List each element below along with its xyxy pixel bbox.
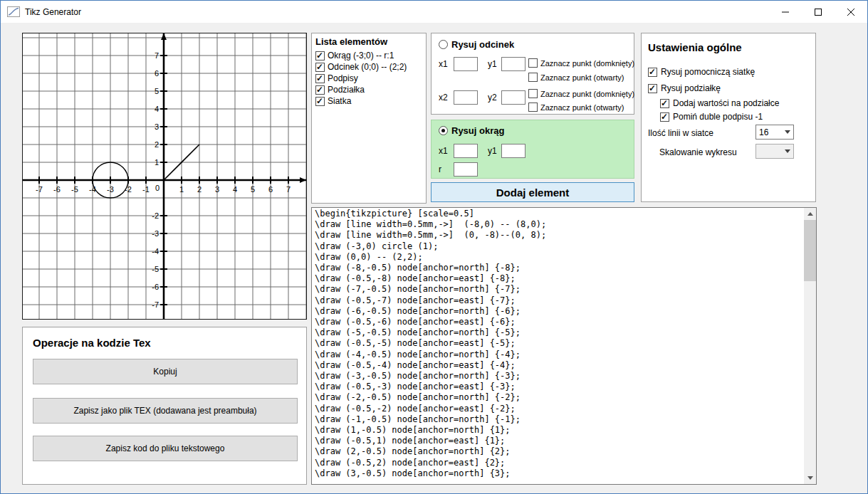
svg-text:6: 6 [268, 185, 273, 194]
circle-x1-input[interactable] [454, 144, 478, 158]
tex-operations-title: Operacje na kodzie Tex [23, 327, 306, 349]
list-item[interactable]: Podpisy [312, 73, 426, 84]
segment-y1-input[interactable] [501, 57, 525, 71]
tikz-code-text[interactable]: \begin{tikzpicture} [scale=0.5] \draw [l… [312, 208, 804, 484]
general-settings-title: Ustawienia ogólne [642, 33, 815, 53]
draw-circle-group: Rysuj okrąg x1 y1 r [431, 120, 634, 179]
grid-lines-label: Ilość linii w siatce [648, 128, 713, 138]
mark-point-open-2-checkbox[interactable]: Zaznacz punkt (otwarty) [528, 103, 624, 112]
segment-y2-input[interactable] [501, 90, 525, 105]
draw-helper-grid-checkbox[interactable]: Rysuj pomocniczą siatkę [648, 67, 755, 77]
svg-text:4: 4 [155, 105, 159, 113]
svg-text:7: 7 [286, 185, 291, 194]
checkbox-icon[interactable] [315, 63, 325, 72]
checkbox-icon[interactable] [315, 97, 325, 106]
draw-segment-group: Rysuj odcinek x1 y1 x2 y2 Zaznacz punkt … [431, 33, 634, 115]
svg-text:3: 3 [215, 185, 219, 194]
svg-text:-5: -5 [71, 185, 78, 194]
scale-select[interactable] [755, 144, 794, 159]
svg-text:-1: -1 [142, 185, 150, 194]
general-settings-panel: Ustawienia ogólne Rysuj pomocniczą siatk… [641, 33, 816, 202]
element-list-panel: Lista elementów Okrąg (-3;0) -- r:1Odcin… [311, 33, 427, 204]
close-button[interactable] [835, 1, 867, 23]
draw-scale-checkbox[interactable]: Rysuj podziałkę [648, 83, 721, 93]
checkbox-icon[interactable] [315, 51, 325, 61]
list-item-label: Okrąg (-3;0) -- r:1 [328, 51, 394, 61]
mark-point-closed-1-checkbox[interactable]: Zaznacz punkt (domknięty) [528, 58, 634, 68]
save-text-file-button[interactable]: Zapisz kod do pliku tekstowego [33, 436, 298, 461]
element-list: Okrąg (-3;0) -- r:1Odcinek (0;0) -- (2;2… [312, 50, 426, 107]
checkbox-icon[interactable] [528, 89, 538, 98]
scrollbar-down-button[interactable] [804, 472, 816, 484]
maximize-button[interactable] [802, 1, 835, 23]
checkbox-label: Rysuj podziałkę [661, 83, 721, 93]
checkbox-icon[interactable] [660, 112, 669, 122]
svg-text:-4: -4 [152, 247, 159, 256]
svg-text:4: 4 [233, 185, 237, 194]
checkbox-icon[interactable] [528, 73, 538, 82]
svg-text:-7: -7 [152, 300, 159, 309]
checkbox-label: Pomiń duble podpisu -1 [673, 112, 763, 122]
save-tex-file-button[interactable]: Zapisz jako plik TEX (dodawana jest prea… [33, 398, 298, 424]
skip-double-label-checkbox[interactable]: Pomiń duble podpisu -1 [660, 112, 763, 122]
copy-button[interactable]: Kopiuj [33, 359, 298, 384]
grid-lines-select[interactable]: 16 [755, 125, 794, 140]
svg-text:-3: -3 [107, 185, 114, 194]
graph-svg: -7-6-5-4-3-2-112345677654321-2-3-4-5-6-7… [23, 33, 306, 319]
checkbox-icon[interactable] [528, 103, 538, 112]
list-item[interactable]: Siatka [312, 95, 426, 107]
checkbox-label: Zaznacz punkt (otwarty) [540, 73, 624, 82]
close-icon [847, 9, 854, 16]
checkbox-icon[interactable] [648, 68, 657, 77]
svg-text:5: 5 [155, 87, 159, 95]
mark-point-open-1-checkbox[interactable]: Zaznacz punkt (otwarty) [528, 73, 624, 82]
draw-circle-radio[interactable] [439, 126, 448, 135]
grid-lines-value: 16 [756, 127, 782, 137]
circle-r-input[interactable] [454, 162, 478, 177]
checkbox-label: Zaznacz punkt (domknięty) [540, 59, 634, 68]
svg-text:-3: -3 [152, 229, 159, 238]
checkbox-icon[interactable] [648, 84, 657, 93]
scrollbar-thumb[interactable] [804, 220, 816, 281]
svg-text:7: 7 [155, 51, 159, 60]
circle-r-label: r [439, 164, 441, 174]
add-element-button[interactable]: Dodaj element [431, 182, 634, 202]
scale-label: Skalowanie wykresu [659, 147, 737, 157]
svg-text:5: 5 [251, 185, 255, 194]
svg-text:2: 2 [197, 185, 202, 194]
scrollbar-track[interactable] [804, 208, 816, 484]
list-item[interactable]: Odcinek (0;0) -- (2;2) [312, 61, 426, 73]
titlebar: Tikz Generator [1, 1, 867, 23]
window-title: Tikz Generator [25, 7, 81, 17]
chevron-down-icon [782, 149, 793, 153]
minimize-button[interactable] [769, 1, 802, 23]
list-item-label: Odcinek (0;0) -- (2;2) [328, 62, 407, 72]
scrollbar-up-button[interactable] [804, 208, 816, 220]
list-item[interactable]: Podziałka [312, 84, 426, 95]
draw-segment-radio[interactable] [439, 40, 448, 49]
checkbox-label: Rysuj pomocniczą siatkę [661, 67, 755, 77]
minimize-icon [782, 9, 789, 16]
add-values-checkbox[interactable]: Dodaj wartości na podziałce [660, 98, 779, 108]
checkbox-icon[interactable] [660, 99, 669, 108]
app-icon [7, 6, 20, 17]
svg-text:1: 1 [155, 158, 159, 167]
svg-text:2: 2 [155, 140, 159, 149]
svg-text:6: 6 [155, 69, 159, 78]
checkbox-icon[interactable] [528, 58, 538, 68]
checkbox-icon[interactable] [315, 85, 325, 95]
segment-x2-input[interactable] [454, 90, 478, 105]
svg-text:3: 3 [155, 122, 159, 131]
checkbox-label: Zaznacz punkt (domknięty) [540, 90, 634, 98]
circle-y1-input[interactable] [501, 144, 525, 158]
mark-point-closed-2-checkbox[interactable]: Zaznacz punkt (domknięty) [528, 89, 634, 98]
element-list-title: Lista elementów [312, 33, 426, 50]
list-item-label: Podpisy [328, 73, 358, 83]
checkbox-label: Dodaj wartości na podziałce [673, 98, 779, 108]
window-controls [769, 1, 867, 23]
segment-x2-label: x2 [439, 93, 448, 103]
checkbox-icon[interactable] [315, 74, 325, 83]
segment-y1-label: y1 [488, 59, 497, 69]
segment-x1-input[interactable] [454, 57, 478, 71]
list-item[interactable]: Okrąg (-3;0) -- r:1 [312, 50, 426, 61]
